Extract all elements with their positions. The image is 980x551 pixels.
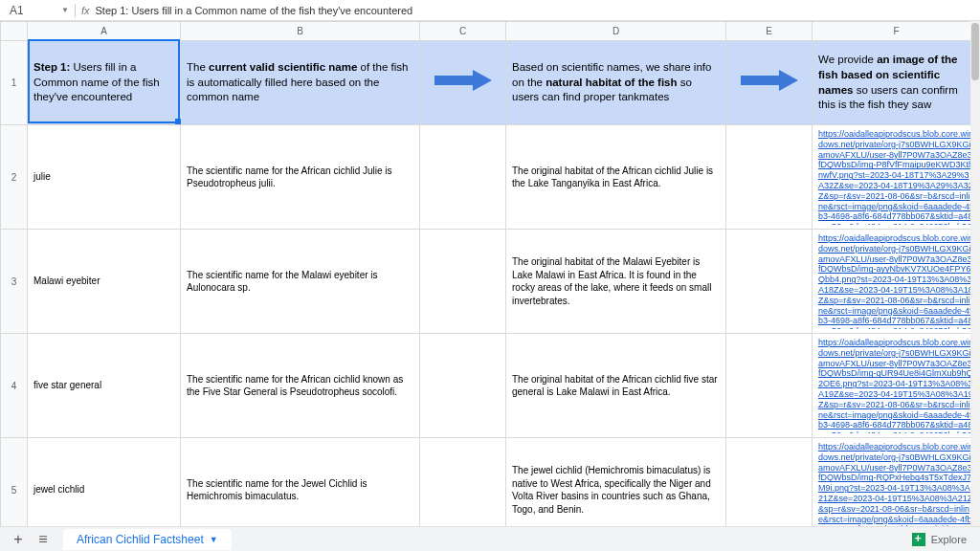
cell-B5[interactable]: The scientific name for the Jewel Cichli… <box>181 438 420 527</box>
cell-D1[interactable]: Based on scientific names, we share info… <box>506 41 726 125</box>
row-header-4[interactable]: 4 <box>1 334 28 438</box>
cell-A4[interactable]: five star general <box>28 334 181 438</box>
cell-D5[interactable]: The jewel cichlid (Hemichromis bimaculat… <box>506 438 726 527</box>
cell-E1[interactable] <box>726 41 813 125</box>
cell-text: We provide <box>818 54 877 65</box>
cell-A2[interactable]: julie <box>28 125 181 230</box>
scrollbar-thumb[interactable] <box>971 23 979 80</box>
cell-B2[interactable]: The scientific name for the African cich… <box>181 125 420 230</box>
arrow-right-icon <box>741 70 798 91</box>
explore-button[interactable]: Explore <box>912 533 974 546</box>
explore-label: Explore <box>931 534 967 545</box>
col-header-E[interactable]: E <box>726 22 813 41</box>
sheet-tab-label: African Cichlid Factsheet <box>77 533 204 546</box>
cell-F1[interactable]: We provide an image of the fish based on… <box>813 41 981 125</box>
cell-B4[interactable]: The scientific name for the African cich… <box>181 334 420 438</box>
cell-C2[interactable] <box>420 125 506 230</box>
link[interactable]: https://oaidalleapiprodscus.blob.core.wi… <box>818 442 974 526</box>
divider <box>75 4 76 17</box>
table-row: 3 Malawi eyebiter The scientific name fo… <box>1 230 981 334</box>
all-sheets-button[interactable]: ≡ <box>31 529 56 550</box>
cell-D3[interactable]: The original habitat of the Malawi Eyebi… <box>506 230 726 334</box>
formula-input[interactable]: Step 1: Users fill in a Common name of t… <box>95 5 976 16</box>
cell-E2[interactable] <box>726 125 813 230</box>
arrow-right-icon <box>434 70 492 91</box>
select-all-corner[interactable] <box>1 22 28 41</box>
cell-F2[interactable]: https://oaidalleapiprodscus.blob.core.wi… <box>813 125 981 230</box>
cell-C5[interactable] <box>420 438 506 527</box>
table-row: 1 Step 1: Users fill in a Common name of… <box>1 41 981 125</box>
link[interactable]: https://oaidalleapiprodscus.blob.core.wi… <box>818 233 974 329</box>
dropdown-caret-icon[interactable]: ▼ <box>61 6 69 14</box>
col-header-B[interactable]: B <box>181 22 420 41</box>
cell-A1[interactable]: Step 1: Users fill in a Common name of t… <box>28 41 181 125</box>
cell-A3[interactable]: Malawi eyebiter <box>28 230 181 334</box>
row-header-1[interactable]: 1 <box>1 41 28 125</box>
cell-D4[interactable]: The original habitat of the African cich… <box>506 334 726 438</box>
link[interactable]: https://oaidalleapiprodscus.blob.core.wi… <box>818 338 974 433</box>
name-box[interactable]: A1 <box>4 4 61 17</box>
cell-F4[interactable]: https://oaidalleapiprodscus.blob.core.wi… <box>813 334 981 438</box>
table-row: 4 five star general The scientific name … <box>1 334 981 438</box>
cell-F3[interactable]: https://oaidalleapiprodscus.blob.core.wi… <box>813 230 981 334</box>
col-header-C[interactable]: C <box>420 22 506 41</box>
cell-B1[interactable]: The current valid scientific name of the… <box>181 41 420 125</box>
col-header-A[interactable]: A <box>28 22 181 41</box>
cell-text: natural habitat of the fish <box>546 77 677 88</box>
sheet-tab-active[interactable]: African Cichlid Factsheet ▼ <box>63 529 232 550</box>
explore-icon <box>912 533 925 546</box>
vertical-scrollbar[interactable] <box>970 21 980 526</box>
col-header-D[interactable]: D <box>506 22 726 41</box>
cell-E3[interactable] <box>726 230 813 334</box>
cell-text: Step 1: <box>33 61 74 73</box>
cell-C4[interactable] <box>420 334 506 438</box>
cell-E5[interactable] <box>726 438 813 527</box>
formula-bar: A1 ▼ fx Step 1: Users fill in a Common n… <box>0 0 980 21</box>
link[interactable]: https://oaidalleapiprodscus.blob.core.wi… <box>818 129 974 225</box>
cell-F5[interactable]: https://oaidalleapiprodscus.blob.core.wi… <box>813 438 981 527</box>
table-row: 5 jewel cichlid The scientific name for … <box>1 438 981 527</box>
cell-E4[interactable] <box>726 334 813 438</box>
cell-D2[interactable]: The original habitat of the African cich… <box>506 125 726 230</box>
add-sheet-button[interactable]: + <box>6 529 31 550</box>
row-header-2[interactable]: 2 <box>1 125 28 230</box>
chevron-down-icon[interactable]: ▼ <box>210 535 218 544</box>
col-header-F[interactable]: F <box>813 22 981 41</box>
cell-text: current valid scientific name <box>209 61 357 73</box>
cell-text: The <box>187 61 209 73</box>
cell-C1[interactable] <box>420 41 506 125</box>
cell-A5[interactable]: jewel cichlid <box>28 438 181 527</box>
cell-B3[interactable]: The scientific name for the Malawi eyebi… <box>181 230 420 334</box>
row-header-3[interactable]: 3 <box>1 230 28 334</box>
sheet-tab-bar: + ≡ African Cichlid Factsheet ▼ Explore <box>0 526 980 551</box>
column-header-row: A B C D E F <box>1 22 981 41</box>
table-row: 2 julie The scientific name for the Afri… <box>1 125 981 230</box>
spreadsheet-grid[interactable]: A B C D E F 1 Step 1: Users fill in a Co… <box>0 21 980 526</box>
cell-C3[interactable] <box>420 230 506 334</box>
fx-icon: fx <box>81 5 90 16</box>
row-header-5[interactable]: 5 <box>1 438 28 527</box>
